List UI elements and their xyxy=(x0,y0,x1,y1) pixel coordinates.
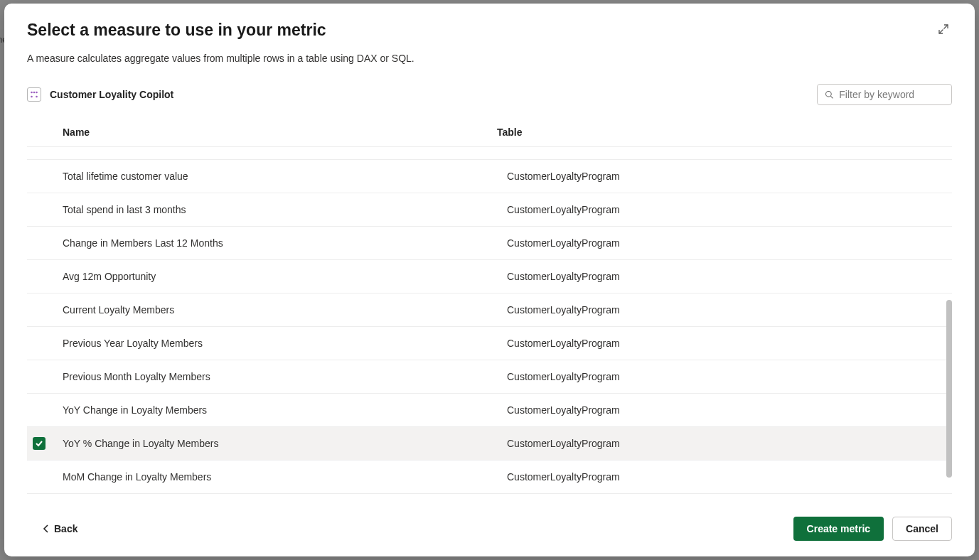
svg-point-0 xyxy=(31,92,33,94)
measure-name: Current Loyalty Members xyxy=(63,304,497,316)
measure-table: CustomerLoyaltyProgram xyxy=(497,171,952,182)
measure-table: CustomerLoyaltyProgram xyxy=(497,371,952,382)
measures-table: Name Table Total lifetime customer value… xyxy=(27,119,952,507)
svg-point-2 xyxy=(36,92,38,94)
search-input[interactable] xyxy=(839,89,944,100)
svg-point-4 xyxy=(36,96,38,98)
search-icon xyxy=(825,90,833,99)
table-header: Name Table xyxy=(27,119,952,147)
dialog-header: Select a measure to use in your metric xyxy=(4,21,975,40)
back-button[interactable]: Back xyxy=(27,519,80,539)
expand-icon xyxy=(938,23,949,35)
table-row[interactable]: Total lifetime customer valueCustomerLoy… xyxy=(27,160,952,193)
measure-name: YoY % Change in Loyalty Members xyxy=(63,438,497,449)
expand-button[interactable] xyxy=(935,21,952,40)
table-row[interactable]: YoY % Change in Loyalty MembersCustomerL… xyxy=(27,427,952,461)
table-row[interactable]: Previous Year Loyalty MembersCustomerLoy… xyxy=(27,327,952,360)
table-row[interactable] xyxy=(27,147,952,160)
measure-name: Avg 12m Opportunity xyxy=(63,271,497,282)
table-row[interactable]: Current Loyalty MembersCustomerLoyaltyPr… xyxy=(27,294,952,327)
column-header-name[interactable]: Name xyxy=(63,126,497,138)
svg-point-3 xyxy=(31,96,33,98)
toolbar: Customer Loyality Copilot xyxy=(4,64,975,105)
table-body[interactable]: Total lifetime customer valueCustomerLoy… xyxy=(27,147,952,507)
measure-name: Previous Month Loyalty Members xyxy=(63,371,497,382)
dialog-title: Select a measure to use in your metric xyxy=(27,21,326,40)
row-checkbox[interactable] xyxy=(33,437,46,450)
measure-name: YoY Change in Loyalty Members xyxy=(63,404,497,416)
measure-table: CustomerLoyaltyProgram xyxy=(497,404,952,416)
scrollbar-thumb[interactable] xyxy=(946,300,952,478)
table-row[interactable]: YoY Change in Loyalty MembersCustomerLoy… xyxy=(27,394,952,427)
measure-table: CustomerLoyaltyProgram xyxy=(497,237,952,249)
table-row[interactable]: MoM Change in Loyalty MembersCustomerLoy… xyxy=(27,461,952,494)
measure-table: CustomerLoyaltyProgram xyxy=(497,438,952,449)
svg-point-1 xyxy=(33,92,36,94)
table-row[interactable]: Change in Members Last 12 MonthsCustomer… xyxy=(27,227,952,260)
measure-name: Change in Members Last 12 Months xyxy=(63,237,497,249)
column-header-table[interactable]: Table xyxy=(497,126,952,138)
table-row[interactable]: Avg 12m OpportunityCustomerLoyaltyProgra… xyxy=(27,260,952,294)
svg-point-5 xyxy=(826,91,832,97)
measure-table: CustomerLoyaltyProgram xyxy=(497,338,952,349)
table-row[interactable]: Previous Month Loyalty MembersCustomerLo… xyxy=(27,360,952,394)
measure-name: Total spend in last 3 months xyxy=(63,204,497,215)
create-metric-button[interactable]: Create metric xyxy=(793,517,884,541)
dialog-footer: Back Create metric Cancel xyxy=(4,507,975,545)
measure-name: Total lifetime customer value xyxy=(63,171,497,182)
measure-table: CustomerLoyaltyProgram xyxy=(497,471,952,483)
measure-table: CustomerLoyaltyProgram xyxy=(497,204,952,215)
semantic-model-icon xyxy=(27,87,41,102)
chevron-left-icon xyxy=(43,524,50,533)
model-name: Customer Loyality Copilot xyxy=(50,89,173,100)
dialog-subtitle: A measure calculates aggregate values fr… xyxy=(4,40,975,64)
measure-name: MoM Change in Loyalty Members xyxy=(63,471,497,483)
search-box[interactable] xyxy=(817,84,952,105)
measure-name: Previous Year Loyalty Members xyxy=(63,338,497,349)
cancel-button[interactable]: Cancel xyxy=(892,517,952,541)
back-label: Back xyxy=(54,523,77,534)
table-row[interactable]: Total spend in last 3 monthsCustomerLoya… xyxy=(27,193,952,227)
measure-table: CustomerLoyaltyProgram xyxy=(497,304,952,316)
model-chip: Customer Loyality Copilot xyxy=(27,87,173,102)
select-measure-dialog: Select a measure to use in your metric A… xyxy=(4,4,975,556)
measure-table: CustomerLoyaltyProgram xyxy=(497,271,952,282)
